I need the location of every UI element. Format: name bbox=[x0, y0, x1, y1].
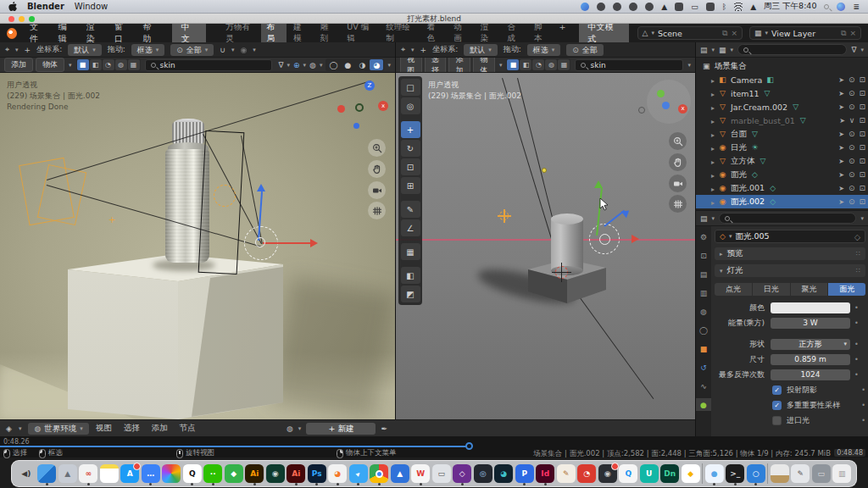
header-toggle-icon[interactable]: ■ bbox=[507, 59, 519, 70]
tab-scene[interactable]: ◍ bbox=[696, 305, 711, 318]
outliner-row[interactable]: 立方体 bbox=[696, 154, 868, 168]
dock-item[interactable]: ▭ bbox=[812, 464, 831, 483]
dock-item[interactable]: … bbox=[142, 464, 160, 483]
dock-item[interactable]: >_ bbox=[726, 464, 744, 483]
viewport-3d-rendered[interactable]: + Z x 用户透视(229) 场景集合 | 面光.002Rendering D… bbox=[0, 73, 395, 419]
tool-add-cube[interactable]: ▦ bbox=[401, 243, 420, 260]
shader-menu-item[interactable]: 节点 bbox=[180, 423, 196, 434]
shading-mode-icon[interactable]: ◕ bbox=[370, 59, 383, 70]
tab-world[interactable]: ◯ bbox=[696, 324, 711, 336]
dock-item[interactable]: ◆ bbox=[225, 464, 243, 483]
animate-dot-icon[interactable]: • bbox=[854, 371, 859, 379]
move-gizmo-icon[interactable]: + bbox=[25, 46, 31, 54]
outliner-row[interactable]: 面光 bbox=[696, 168, 868, 181]
visibility-eye-icon[interactable] bbox=[849, 116, 855, 125]
tab-tool[interactable]: ⚙ bbox=[696, 230, 711, 243]
shading-mode-icon[interactable]: ● bbox=[341, 59, 354, 70]
checkbox[interactable] bbox=[772, 416, 782, 425]
dock-item[interactable]: ◉ bbox=[598, 464, 617, 483]
render-visibility-icon[interactable] bbox=[859, 184, 865, 192]
dock-item[interactable]: Q bbox=[183, 464, 202, 483]
render-progress-knob[interactable] bbox=[465, 442, 473, 450]
object-name[interactable]: 台面 bbox=[731, 129, 747, 140]
animate-dot-icon[interactable]: • bbox=[854, 304, 859, 312]
object-name[interactable]: Camera bbox=[731, 75, 762, 85]
zoom-button[interactable] bbox=[669, 132, 687, 150]
menubar-app-name[interactable]: Blender bbox=[27, 2, 64, 11]
dock-item[interactable]: ·· bbox=[203, 464, 222, 483]
dock-item[interactable] bbox=[37, 464, 56, 483]
dock-item[interactable]: ▭ bbox=[432, 464, 451, 483]
zoom-window-button[interactable] bbox=[29, 16, 35, 22]
dock-item[interactable]: ▸ bbox=[349, 464, 368, 483]
input-source-icon[interactable] bbox=[675, 3, 683, 11]
dock-item[interactable]: ✎ bbox=[791, 464, 810, 483]
menubar-clock[interactable]: 周三 下午8:40 bbox=[764, 1, 816, 12]
selectable-icon[interactable] bbox=[838, 130, 844, 138]
shader-type-dropdown[interactable]: ◍ 世界环境 ▾ bbox=[28, 423, 88, 435]
pan-button[interactable] bbox=[368, 160, 386, 178]
snap-dropdown[interactable]: ⊙全部 bbox=[566, 44, 604, 56]
tool-shear[interactable]: ◧ bbox=[401, 267, 420, 284]
tab-constraints[interactable]: ∿ bbox=[696, 380, 711, 392]
dock-item[interactable]: ◉ bbox=[370, 464, 388, 483]
gizmo-z-arrow[interactable] bbox=[257, 184, 265, 191]
selectable-icon[interactable] bbox=[838, 197, 844, 206]
zoom-button[interactable] bbox=[368, 139, 386, 157]
filter-icon[interactable]: ∇ bbox=[279, 61, 284, 69]
dock-item[interactable]: ○ bbox=[747, 464, 765, 483]
dock-item[interactable]: Q bbox=[619, 464, 637, 483]
siri-icon[interactable] bbox=[837, 3, 845, 11]
chevron-down-icon[interactable]: ▾ bbox=[860, 215, 864, 222]
expander-icon[interactable] bbox=[711, 170, 715, 180]
record-icon[interactable] bbox=[645, 3, 654, 11]
outliner-row[interactable]: 日光 bbox=[696, 141, 868, 154]
expander-icon[interactable] bbox=[711, 75, 715, 85]
dock-item[interactable]: ◀) bbox=[17, 464, 36, 483]
new-world-button[interactable]: + 新建 bbox=[306, 423, 376, 435]
object-name[interactable]: 立方体 bbox=[731, 156, 755, 167]
active-tool-icon[interactable]: ⌖ bbox=[5, 45, 9, 54]
scene-selector[interactable]: △ ▾ Scene ⧉ × bbox=[637, 26, 743, 40]
light-type-tab[interactable]: 面光 bbox=[828, 283, 865, 296]
viewport-menu-item[interactable]: 物体 bbox=[473, 58, 495, 73]
axis-y-ball[interactable] bbox=[657, 90, 665, 97]
tab-object[interactable]: ■ bbox=[696, 342, 711, 355]
viewport-menu-item[interactable]: 视图 bbox=[400, 58, 422, 73]
dock-item[interactable]: W bbox=[411, 464, 430, 483]
filter-funnel-icon[interactable]: ∇ bbox=[851, 46, 856, 54]
tab-data[interactable]: ● bbox=[696, 398, 711, 411]
selectable-icon[interactable] bbox=[838, 184, 844, 192]
axis-x-ball[interactable]: x bbox=[378, 101, 388, 111]
wifi-icon[interactable] bbox=[734, 3, 743, 11]
close-window-button[interactable] bbox=[8, 16, 14, 22]
tool-rotate[interactable]: ↻ bbox=[401, 140, 420, 157]
tab-render[interactable]: ⊡ bbox=[696, 249, 711, 262]
perspective-toggle-button[interactable] bbox=[669, 195, 687, 213]
bell-icon[interactable] bbox=[629, 3, 637, 11]
camera-view-button[interactable] bbox=[669, 175, 687, 192]
color-swatch[interactable] bbox=[771, 302, 850, 313]
gizmo-x-arrow[interactable] bbox=[310, 239, 318, 247]
expander-icon[interactable] bbox=[711, 130, 715, 139]
dock-item[interactable]: ▲ bbox=[391, 464, 409, 483]
selectable-icon[interactable] bbox=[838, 103, 844, 111]
render-visibility-icon[interactable] bbox=[859, 157, 865, 165]
visibility-eye-icon[interactable] bbox=[849, 75, 855, 84]
header-toggle-icon[interactable]: ◍ bbox=[115, 59, 127, 70]
animate-dot-icon[interactable]: • bbox=[861, 417, 865, 424]
tab-output[interactable]: ▤ bbox=[696, 268, 711, 280]
expander-icon[interactable] bbox=[711, 197, 715, 207]
animate-dot-icon[interactable]: • bbox=[861, 386, 865, 394]
render-visibility-icon[interactable] bbox=[859, 103, 865, 111]
object-name[interactable]: marble_bust_01 bbox=[731, 116, 795, 125]
axis-x-ball[interactable]: x bbox=[678, 104, 687, 114]
new-scene-icon[interactable]: ⧉ bbox=[722, 29, 727, 38]
shader-menu-item[interactable]: 视图 bbox=[96, 423, 112, 434]
axis-x-neg-ball[interactable] bbox=[337, 105, 345, 113]
tool-extra[interactable]: ◩ bbox=[401, 286, 420, 302]
dock-item[interactable]: ▲ bbox=[58, 464, 77, 483]
axis-z-ball[interactable] bbox=[662, 102, 670, 109]
minimize-window-button[interactable] bbox=[19, 16, 25, 22]
dock-item[interactable]: ∞ bbox=[79, 464, 97, 483]
